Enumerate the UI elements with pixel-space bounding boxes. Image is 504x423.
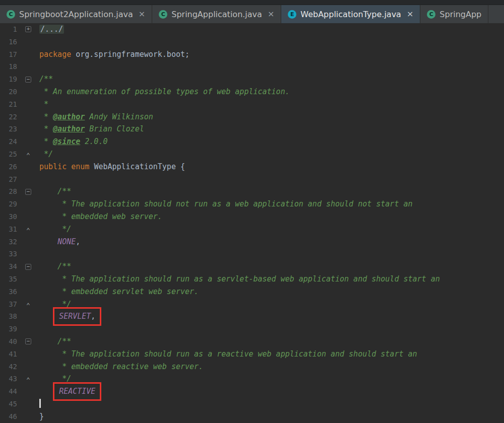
code-token-comment: /** [39, 262, 71, 271]
fold-minus-icon[interactable]: − [25, 189, 31, 195]
code-line-19: 19−/** [0, 73, 504, 86]
fold-marker-empty [17, 60, 39, 73]
code-text[interactable]: * An enumeration of possible types of we… [39, 86, 504, 98]
fold-marker-empty [17, 273, 39, 286]
fold-marker-empty [17, 248, 39, 260]
line-number: 16 [0, 36, 17, 48]
fold-marker-empty [17, 123, 39, 135]
code-text[interactable] [39, 323, 504, 335]
editor-gutter: 24 [0, 135, 39, 148]
code-text[interactable] [39, 248, 504, 260]
code-text[interactable]: * The application should run as a servle… [39, 273, 504, 286]
close-tab-icon[interactable]: × [139, 10, 145, 18]
code-text[interactable]: * embedded reactive web server. [39, 361, 504, 373]
code-text[interactable]: */ [39, 223, 504, 236]
fold-plus-icon[interactable]: + [25, 26, 31, 32]
tab-springapp[interactable]: CSpringApp [420, 5, 488, 23]
tab-springboot2application-java[interactable]: CSpringboot2Application.java× [0, 5, 152, 23]
fold-marker-empty [17, 210, 39, 223]
close-tab-icon[interactable]: × [268, 10, 274, 18]
code-text[interactable]: * @author Brian Clozel [39, 123, 504, 135]
code-token-comment: * An enumeration of possible types of we… [39, 87, 290, 96]
fold-marker-empty [17, 385, 39, 398]
editor-gutter: 22 [0, 111, 39, 123]
fold-end-icon[interactable]: ⌃ [26, 300, 30, 312]
tab-label: SpringApplication.java [171, 10, 262, 19]
code-text[interactable]: * The application should not run as a we… [39, 198, 504, 210]
fold-marker[interactable]: − [17, 260, 39, 273]
editor-gutter: 31⌃ [0, 223, 39, 236]
text-caret [39, 399, 41, 408]
code-line-44: 44 REACTIVE [0, 385, 504, 398]
code-line-34: 34− /** [0, 260, 504, 273]
editor-gutter: 23 [0, 123, 39, 135]
enum-file-icon: E [288, 10, 296, 19]
code-text[interactable]: /** [39, 73, 504, 86]
fold-marker[interactable]: − [17, 185, 39, 198]
code-line-26: 26public enum WebApplicationType { [0, 161, 504, 173]
code-token-plain: , [91, 312, 95, 321]
code-text[interactable]: */ [39, 148, 504, 161]
fold-marker-empty [17, 98, 39, 111]
fold-end-icon[interactable]: ⌃ [26, 374, 30, 387]
code-text[interactable]: * @since 2.0.0 [39, 135, 504, 148]
fold-minus-icon[interactable]: − [25, 338, 31, 344]
code-text[interactable]: * @author Andy Wilkinson [39, 111, 504, 123]
code-editor[interactable]: 1+/.../1617package org.springframework.b… [0, 23, 504, 423]
code-text[interactable]: NONE, [39, 236, 504, 248]
line-number: 18 [0, 60, 17, 73]
fold-end-icon[interactable]: ⌃ [26, 150, 30, 162]
code-text[interactable]: public enum WebApplicationType { [39, 161, 504, 173]
editor-gutter: 40− [0, 335, 39, 348]
code-line-40: 40− /** [0, 335, 504, 348]
fold-marker-empty [17, 361, 39, 373]
code-text[interactable]: SERVLET, [39, 310, 504, 323]
code-text[interactable]: /** [39, 335, 504, 348]
editor-gutter: 34− [0, 260, 39, 273]
code-line-33: 33 [0, 248, 504, 260]
code-text[interactable]: */ [39, 298, 504, 311]
tab-springapplication-java[interactable]: CSpringApplication.java× [152, 5, 281, 23]
code-text[interactable]: } [39, 410, 504, 423]
fold-marker[interactable]: ⌃ [17, 373, 39, 385]
fold-marker[interactable]: ⌃ [17, 223, 39, 236]
code-token-plain: , [76, 237, 80, 246]
line-number: 29 [0, 198, 17, 210]
code-text[interactable] [39, 398, 504, 410]
fold-marker[interactable]: − [17, 335, 39, 348]
code-line-38: 38 SERVLET, [0, 310, 504, 323]
fold-marker[interactable]: ⌃ [17, 148, 39, 161]
code-text[interactable] [39, 60, 504, 73]
code-text[interactable] [39, 36, 504, 48]
code-text[interactable]: * The application should run as a reacti… [39, 348, 504, 361]
close-tab-icon[interactable]: × [407, 10, 413, 18]
line-number: 27 [0, 173, 17, 186]
fold-marker-empty [17, 135, 39, 148]
code-text[interactable]: */ [39, 373, 504, 385]
line-number: 41 [0, 348, 17, 361]
line-number: 30 [0, 210, 17, 223]
code-line-25: 25⌃ */ [0, 148, 504, 161]
code-token-comment: * embedded web server. [39, 212, 162, 221]
code-token-comment: /** [39, 187, 71, 196]
line-number: 24 [0, 135, 17, 148]
fold-marker[interactable]: + [17, 23, 39, 36]
code-text[interactable]: /.../ [39, 23, 504, 36]
code-text[interactable]: * embedded web server. [39, 210, 504, 223]
code-text[interactable]: package org.springframework.boot; [39, 48, 504, 61]
line-number: 25 [0, 148, 17, 161]
fold-marker[interactable]: − [17, 73, 39, 86]
editor-gutter: 42 [0, 361, 39, 373]
fold-marker[interactable]: ⌃ [17, 298, 39, 311]
code-text[interactable]: /** [39, 185, 504, 198]
code-text[interactable]: /** [39, 260, 504, 273]
code-text[interactable] [39, 173, 504, 186]
code-text[interactable]: * embedded servlet web server. [39, 286, 504, 298]
fold-minus-icon[interactable]: − [25, 264, 31, 270]
fold-end-icon[interactable]: ⌃ [26, 225, 30, 237]
code-text[interactable]: REACTIVE [39, 385, 504, 398]
fold-marker-empty [17, 348, 39, 361]
fold-minus-icon[interactable]: − [25, 77, 31, 83]
tab-webapplicationtype-java[interactable]: EWebApplicationType.java× [281, 5, 420, 23]
code-text[interactable]: * [39, 98, 504, 111]
